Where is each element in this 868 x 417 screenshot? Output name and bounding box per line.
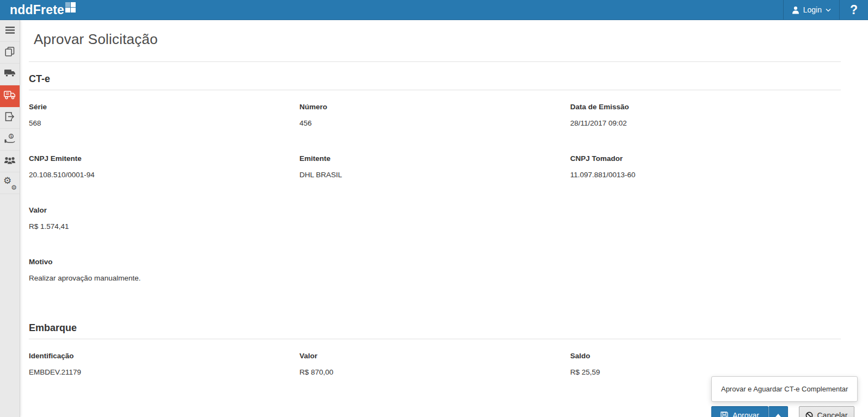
sidebar: $ ⚙⚙ (0, 20, 20, 417)
sidebar-item-settings[interactable]: ⚙⚙ (0, 172, 20, 194)
field-value: EMBDEV.21179 (29, 368, 288, 376)
menu-item-approve-wait-complementary[interactable]: Aprovar e Aguardar CT-e Complementar (721, 385, 848, 393)
field-identificacao: Identificação EMBDEV.21179 (29, 352, 299, 376)
field-label: CNPJ Tomador (570, 154, 830, 163)
main-content: Aprovar Solicitação CT-e Série 568 Númer… (20, 20, 868, 417)
sidebar-item-users[interactable] (0, 151, 20, 172)
sidebar-item-export[interactable] (0, 107, 20, 129)
approve-dropdown-menu: Aprovar e Aguardar CT-e Complementar (711, 376, 858, 402)
chevron-down-icon (826, 8, 831, 12)
section-heading-embarque: Embarque (29, 322, 841, 334)
sidebar-item-menu-toggle[interactable] (0, 20, 20, 42)
field-numero: Número 456 (299, 103, 570, 127)
approve-button-label: Aprovar (732, 411, 759, 417)
cte-fields-row-1: Série 568 Número 456 Data de Emissão 28/… (29, 103, 841, 142)
page-title: Aprovar Solicitação (34, 31, 841, 48)
field-embarque-valor: Valor R$ 870,00 (299, 352, 570, 376)
hand-coin-icon: $ (4, 134, 15, 146)
document-export-icon (5, 112, 15, 123)
field-cnpj-tomador: CNPJ Tomador 11.097.881/0013-60 (570, 154, 841, 179)
svg-text:$: $ (10, 134, 12, 139)
section-cte: CT-e Série 568 Número 456 Data de Emissã… (29, 73, 841, 297)
user-icon (792, 6, 799, 14)
field-value: DHL BRASIL (299, 171, 559, 179)
logo-squares-icon (65, 2, 76, 13)
sidebar-item-payments[interactable]: $ (0, 129, 20, 151)
login-label: Login (803, 5, 822, 14)
app-logo: nddFrete (10, 2, 76, 18)
login-menu[interactable]: Login (784, 0, 839, 20)
field-label: Motivo (29, 258, 288, 266)
field-label: Data de Emissão (570, 103, 830, 111)
cte-fields-row-3: Valor R$ 1.574,41 (29, 206, 841, 245)
divider (29, 61, 841, 62)
cte-fields-row-2: CNPJ Emitente 20.108.510/0001-94 Emitent… (29, 154, 841, 194)
copy-documents-icon (5, 47, 15, 59)
cancel-button-label: Cancelar (817, 411, 847, 417)
truck-icon (4, 69, 16, 79)
sidebar-item-freight-approval[interactable] (0, 85, 20, 107)
field-data-emissao: Data de Emissão 28/11/2017 09:02 (570, 103, 841, 127)
approve-split-button: Aprovar (711, 406, 788, 417)
approve-dropdown-toggle[interactable] (768, 406, 788, 417)
field-value: 28/11/2017 09:02 (570, 119, 830, 127)
field-label: Saldo (570, 352, 830, 360)
field-label: Número (299, 103, 559, 111)
field-label: Valor (29, 206, 288, 214)
field-saldo: Saldo R$ 25,59 (570, 352, 841, 376)
truck-invoice-icon (4, 91, 16, 102)
divider (29, 339, 841, 339)
field-value: 456 (299, 119, 559, 127)
header-right: Login ? (783, 0, 868, 20)
field-valor: Valor R$ 1.574,41 (29, 206, 299, 231)
actions-row: Aprovar e Aguardar CT-e Complementar Apr… (29, 406, 854, 417)
action-bar: Aprovar e Aguardar CT-e Complementar Apr… (711, 406, 854, 417)
save-icon (721, 412, 728, 417)
field-value: 20.108.510/0001-94 (29, 171, 288, 179)
help-button[interactable]: ? (840, 0, 868, 20)
field-cnpj-emitente: CNPJ Emitente 20.108.510/0001-94 (29, 154, 299, 179)
sidebar-item-documents[interactable] (0, 42, 20, 64)
field-value: Realizar aprovação manualmente. (29, 274, 288, 282)
field-value: R$ 870,00 (299, 368, 559, 376)
field-label: Valor (299, 352, 559, 360)
sidebar-item-fleet[interactable] (0, 64, 20, 85)
section-heading-cte: CT-e (29, 73, 841, 85)
divider (29, 90, 841, 90)
field-value: R$ 1.574,41 (29, 222, 288, 231)
field-label: Série (29, 103, 288, 111)
logo-text: nddFrete (10, 2, 64, 18)
field-label: CNPJ Emitente (29, 154, 288, 163)
app-header: nddFrete Login ? (0, 0, 868, 20)
ban-icon (805, 412, 813, 417)
field-label: Identificação (29, 352, 288, 360)
cancel-button[interactable]: Cancelar (799, 406, 854, 417)
field-motivo: Motivo Realizar aprovação manualmente. (29, 258, 299, 282)
field-value: 11.097.881/0013-60 (570, 171, 830, 179)
gears-icon: ⚙⚙ (4, 177, 16, 189)
question-icon: ? (850, 3, 858, 17)
approve-button[interactable]: Aprovar (711, 406, 768, 417)
caret-up-icon (775, 414, 781, 417)
field-serie: Série 568 (29, 103, 299, 127)
hamburger-icon (5, 26, 15, 36)
field-value: R$ 25,59 (570, 368, 830, 376)
users-group-icon (4, 156, 16, 167)
cte-fields-row-4: Motivo Realizar aprovação manualmente. (29, 258, 841, 297)
field-value: 568 (29, 119, 288, 127)
field-emitente: Emitente DHL BRASIL (299, 154, 570, 179)
field-label: Emitente (299, 154, 559, 163)
